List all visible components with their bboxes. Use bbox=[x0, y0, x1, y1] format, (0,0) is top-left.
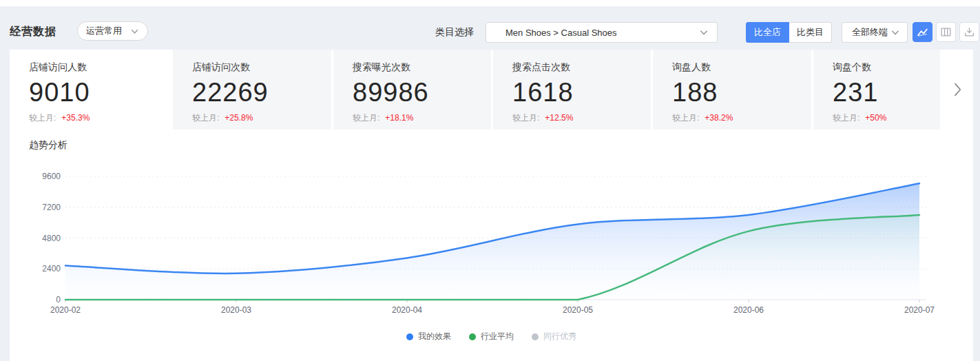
metric-compare: 较上月:+18.1% bbox=[353, 112, 491, 124]
svg-text:4800: 4800 bbox=[42, 234, 61, 243]
metric-value: 231 bbox=[833, 78, 940, 107]
tab-search-impressions[interactable]: 搜索曝光次数 89986 较上月:+18.1% bbox=[331, 50, 491, 130]
category-dropdown-value: Men Shoes > Casual Shoes bbox=[505, 28, 617, 38]
metric-value: 22269 bbox=[192, 78, 331, 107]
metric-label: 询盘个数 bbox=[833, 61, 940, 74]
table-view-button[interactable] bbox=[936, 22, 956, 42]
main-panel: 店铺访问人数 9010 较上月:+35.3% 店铺访问次数 22269 较上月:… bbox=[10, 50, 973, 361]
terminal-dropdown-value: 全部终端 bbox=[852, 26, 888, 39]
chevron-right-icon bbox=[954, 83, 962, 96]
metric-compare: 较上月:+35.3% bbox=[29, 112, 171, 124]
metric-change: +35.3% bbox=[61, 113, 90, 123]
tab-inquiry-people[interactable]: 询盘人数 188 较上月:+38.2% bbox=[651, 50, 811, 130]
svg-text:2400: 2400 bbox=[42, 264, 61, 274]
metric-change: +18.1% bbox=[385, 113, 413, 123]
tab-inquiry-count[interactable]: 询盘个数 231 较上月:+50% bbox=[811, 50, 940, 130]
metric-label: 店铺访问次数 bbox=[192, 61, 331, 74]
svg-text:2020-05: 2020-05 bbox=[563, 305, 593, 315]
compare-toggle-group: 比全店 比类目 bbox=[746, 22, 832, 43]
legend-dot-gray bbox=[532, 333, 539, 340]
category-dropdown[interactable]: Men Shoes > Casual Shoes bbox=[486, 22, 718, 43]
metric-value: 89986 bbox=[353, 78, 491, 107]
toolbar: 经营数据 运营常用 类目选择 Men Shoes > Casual Shoes … bbox=[0, 6, 980, 49]
legend-item-my-performance[interactable]: 我的效果 bbox=[406, 331, 451, 342]
table-view-icon bbox=[940, 26, 952, 38]
metric-compare: 较上月:+50% bbox=[833, 112, 940, 124]
trend-section: 趋势分析 024004800720096002020-022020-032020… bbox=[10, 130, 973, 361]
metric-compare: 较上月:+38.2% bbox=[672, 112, 811, 124]
svg-text:9600: 9600 bbox=[42, 172, 61, 181]
tab-store-visits[interactable]: 店铺访问次数 22269 较上月:+25.8% bbox=[171, 50, 331, 130]
chevron-down-icon bbox=[130, 27, 139, 36]
chart-legend: 我的效果 行业平均 同行优秀 bbox=[10, 331, 973, 342]
line-chart-view-button[interactable] bbox=[913, 22, 932, 42]
metric-tabs: 店铺访问人数 9010 较上月:+35.3% 店铺访问次数 22269 较上月:… bbox=[10, 50, 973, 130]
chevron-down-icon bbox=[699, 28, 709, 37]
terminal-dropdown[interactable]: 全部终端 bbox=[842, 22, 908, 43]
legend-item-peer-excellent[interactable]: 同行优秀 bbox=[532, 331, 576, 342]
compare-whole-store-button[interactable]: 比全店 bbox=[746, 22, 789, 43]
metric-label: 店铺访问人数 bbox=[29, 61, 171, 74]
svg-text:2020-04: 2020-04 bbox=[392, 305, 422, 315]
metric-compare: 较上月:+12.5% bbox=[512, 112, 651, 124]
svg-text:7200: 7200 bbox=[42, 203, 61, 212]
metric-label: 搜索曝光次数 bbox=[353, 61, 491, 74]
svg-text:2020-02: 2020-02 bbox=[50, 305, 81, 315]
metric-compare: 较上月:+25.8% bbox=[192, 112, 331, 124]
legend-dot-blue bbox=[406, 333, 413, 340]
legend-dot-green bbox=[469, 333, 476, 340]
svg-text:0: 0 bbox=[56, 295, 61, 305]
chevron-down-icon bbox=[890, 28, 900, 37]
line-chart-icon bbox=[917, 26, 928, 38]
legend-item-industry-average[interactable]: 行业平均 bbox=[469, 331, 514, 342]
svg-text:2020-07: 2020-07 bbox=[904, 305, 935, 315]
tab-store-visitors[interactable]: 店铺访问人数 9010 较上月:+35.3% bbox=[10, 50, 171, 130]
download-icon bbox=[963, 26, 975, 38]
svg-text:2020-06: 2020-06 bbox=[733, 305, 764, 315]
trend-chart-canvas[interactable]: 024004800720096002020-022020-032020-0420… bbox=[10, 130, 973, 329]
preset-dropdown[interactable]: 运营常用 bbox=[77, 21, 148, 41]
download-button[interactable] bbox=[959, 22, 979, 42]
compare-category-button[interactable]: 比类目 bbox=[789, 22, 832, 43]
metric-value: 188 bbox=[672, 78, 811, 107]
metric-label: 询盘人数 bbox=[672, 61, 811, 74]
metric-change: +38.2% bbox=[705, 113, 733, 123]
category-select-label: 类目选择 bbox=[435, 26, 475, 39]
svg-text:2020-03: 2020-03 bbox=[221, 305, 251, 315]
metric-change: +25.8% bbox=[225, 113, 253, 123]
metric-value: 9010 bbox=[29, 78, 171, 107]
metric-value: 1618 bbox=[512, 78, 651, 107]
preset-dropdown-value: 运营常用 bbox=[86, 25, 122, 37]
tab-search-clicks[interactable]: 搜索点击次数 1618 较上月:+12.5% bbox=[491, 50, 651, 130]
page-title: 经营数据 bbox=[10, 25, 56, 39]
metric-change: +50% bbox=[865, 113, 886, 123]
metric-label: 搜索点击次数 bbox=[512, 61, 651, 74]
metric-change: +12.5% bbox=[545, 113, 573, 123]
tabs-scroll-right-button[interactable] bbox=[940, 50, 973, 130]
browser-top-strip bbox=[0, 0, 980, 6]
